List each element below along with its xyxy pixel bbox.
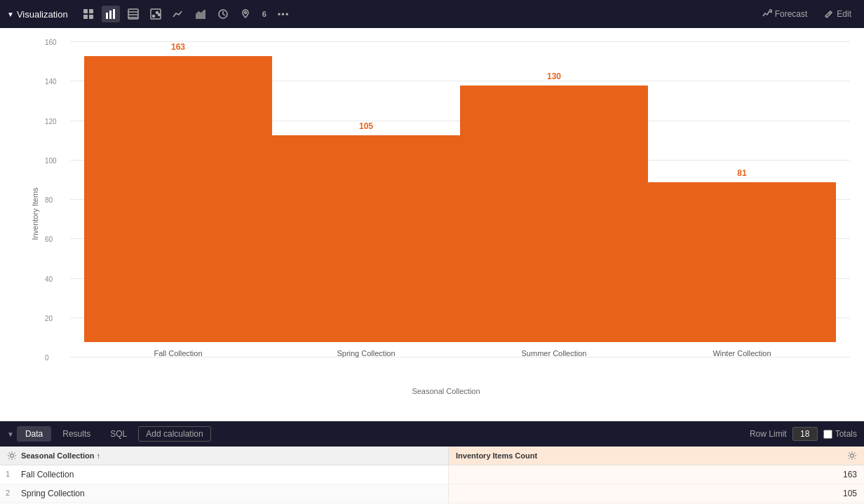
grid-view-button[interactable] xyxy=(124,6,142,22)
clock-button[interactable] xyxy=(214,6,232,22)
bar-category-label: Summer Collection xyxy=(522,349,587,357)
seasonal-gear-icon[interactable] xyxy=(7,451,17,461)
number-label: 6 xyxy=(262,10,266,18)
row-number: 2 xyxy=(0,484,14,503)
visualization-toolbar: ▼ Visualization 6 ••• xyxy=(0,0,864,28)
inventory-header-text: Inventory Items Count xyxy=(456,451,537,460)
svg-marker-15 xyxy=(196,10,205,19)
sql-tab[interactable]: SQL xyxy=(102,426,135,442)
table-header: Seasonal Collection ↑ Inventory Items Co… xyxy=(0,447,864,465)
data-tab[interactable]: Data xyxy=(17,426,51,442)
bar-group[interactable]: 130Summer Collection xyxy=(460,42,648,357)
bar-value-label: 81 xyxy=(737,168,746,178)
grid-label: 0 xyxy=(45,354,49,362)
svg-rect-1 xyxy=(89,9,93,13)
scatter-button[interactable] xyxy=(147,6,165,22)
toolbar-right: Forecast Edit xyxy=(757,6,857,22)
bar-category-label: Spring Collection xyxy=(337,349,395,357)
data-chevron: ▼ xyxy=(7,430,14,438)
bar-group[interactable]: 163Fall Collection xyxy=(84,42,272,357)
grid-label: 120 xyxy=(45,117,57,125)
table-row[interactable]: 1Fall Collection163 xyxy=(0,465,864,484)
row-inventory-count: 105 xyxy=(449,484,864,503)
bar-category-label: Winter Collection xyxy=(713,349,771,357)
grid-label: 100 xyxy=(45,156,57,164)
svg-rect-0 xyxy=(83,9,88,13)
map-button[interactable] xyxy=(236,6,255,22)
row-limit-input[interactable] xyxy=(792,427,818,441)
add-calculation-button[interactable]: Add calculation xyxy=(138,426,210,442)
table-view-button[interactable] xyxy=(79,6,97,22)
more-button[interactable]: ••• xyxy=(274,6,293,22)
grid-label: 160 xyxy=(45,39,57,46)
bar-group[interactable]: 105Spring Collection xyxy=(272,42,460,357)
row-inventory-count: 163 xyxy=(449,465,864,484)
area-chart-button[interactable] xyxy=(191,6,210,22)
svg-rect-2 xyxy=(83,15,88,19)
svg-rect-3 xyxy=(89,15,93,19)
svg-point-12 xyxy=(152,15,154,18)
svg-rect-6 xyxy=(113,9,115,19)
seasonal-column-header: Seasonal Collection ↑ xyxy=(0,447,449,465)
bar-value-label: 105 xyxy=(359,121,373,131)
grid-label: 140 xyxy=(45,78,57,86)
bottom-panel: ▼ Data Results SQL Add calculation Row L… xyxy=(0,421,864,504)
bar-category-label: Fall Collection xyxy=(154,349,202,357)
grid-label: 40 xyxy=(45,275,53,282)
number-button[interactable]: 6 xyxy=(259,7,270,21)
edit-label: Edit xyxy=(837,9,851,19)
svg-point-13 xyxy=(156,12,158,14)
svg-point-14 xyxy=(158,14,160,16)
toolbar-left: ▼ Visualization 6 ••• xyxy=(7,6,757,22)
bar-value-label: 163 xyxy=(171,42,185,52)
row-number: 1 xyxy=(0,465,14,484)
x-axis-label: Seasonal Collection xyxy=(42,387,850,399)
svg-point-17 xyxy=(244,12,246,14)
totals-text: Totals xyxy=(835,429,857,439)
table-row[interactable]: 2Spring Collection105 xyxy=(0,484,864,503)
y-axis-label: Inventory Items xyxy=(31,187,39,240)
inventory-column-header: Inventory Items Count xyxy=(449,447,864,465)
table-body: 1Fall Collection1632Spring Collection105… xyxy=(0,465,864,504)
more-dots: ••• xyxy=(278,9,290,20)
inventory-gear-icon[interactable] xyxy=(847,451,857,461)
bar-group[interactable]: 81Winter Collection xyxy=(648,42,836,357)
grid-label: 80 xyxy=(45,196,53,204)
bars-area: 163Fall Collection105Spring Collection13… xyxy=(70,42,850,357)
results-tab[interactable]: Results xyxy=(54,426,99,442)
forecast-button[interactable]: Forecast xyxy=(757,6,814,22)
totals-label: Totals xyxy=(823,429,857,439)
row-seasonal-name: Fall Collection xyxy=(14,465,449,484)
bar-value-label: 130 xyxy=(547,71,561,81)
bottom-right-controls: Row Limit Totals xyxy=(750,427,857,441)
grid-label: 60 xyxy=(45,236,53,243)
chart-area: Inventory Items 020406080100120140160 16… xyxy=(0,28,864,421)
toolbar-title: ▼ Visualization xyxy=(7,9,68,20)
visualization-label: Visualization xyxy=(17,9,68,20)
bar-chart-button[interactable] xyxy=(102,6,120,22)
grid-label: 20 xyxy=(45,314,53,322)
svg-rect-5 xyxy=(109,11,112,19)
bar-rect[interactable] xyxy=(460,86,648,342)
svg-rect-4 xyxy=(106,13,108,19)
bottom-toolbar: ▼ Data Results SQL Add calculation Row L… xyxy=(0,421,864,447)
edit-button[interactable]: Edit xyxy=(818,6,857,22)
chevron-icon: ▼ xyxy=(7,11,14,18)
bar-rect[interactable] xyxy=(272,135,460,342)
bar-rect[interactable] xyxy=(648,182,836,342)
row-seasonal-name: Spring Collection xyxy=(14,484,449,503)
line-chart-button[interactable] xyxy=(169,6,187,22)
svg-line-20 xyxy=(829,13,830,14)
chart-container: Inventory Items 020406080100120140160 16… xyxy=(42,42,850,386)
forecast-label: Forecast xyxy=(775,9,808,19)
row-limit-label: Row Limit xyxy=(750,429,787,439)
seasonal-header-text: Seasonal Collection ↑ xyxy=(21,451,100,460)
svg-point-22 xyxy=(851,454,854,458)
svg-point-21 xyxy=(11,454,14,458)
bar-rect[interactable] xyxy=(84,56,272,342)
totals-checkbox[interactable] xyxy=(823,430,832,439)
